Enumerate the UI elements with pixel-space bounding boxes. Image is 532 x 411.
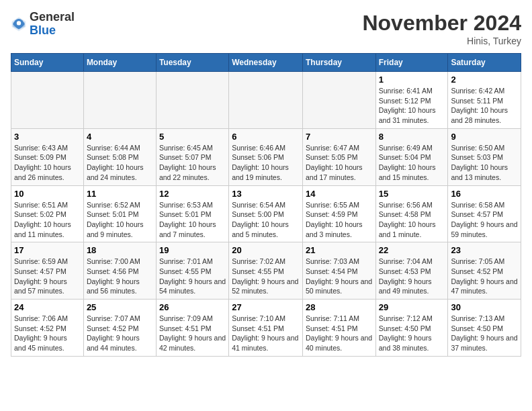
calendar-cell: 12Sunrise: 6:53 AM Sunset: 5:01 PM Dayli… [156, 185, 228, 242]
weekday-header-saturday: Saturday [448, 54, 521, 72]
calendar-cell [229, 72, 303, 129]
day-info: Sunrise: 7:10 AM Sunset: 4:51 PM Dayligh… [232, 314, 300, 353]
day-info: Sunrise: 6:47 AM Sunset: 5:05 PM Dayligh… [306, 143, 373, 183]
calendar-cell: 19Sunrise: 7:01 AM Sunset: 4:55 PM Dayli… [156, 242, 228, 300]
calendar-cell: 3Sunrise: 6:43 AM Sunset: 5:09 PM Daylig… [11, 128, 84, 185]
day-info: Sunrise: 6:51 AM Sunset: 5:02 PM Dayligh… [14, 200, 81, 240]
calendar-cell: 2Sunrise: 6:42 AM Sunset: 5:11 PM Daylig… [448, 72, 521, 129]
calendar-cell: 27Sunrise: 7:10 AM Sunset: 4:51 PM Dayli… [229, 300, 303, 357]
calendar-week-1: 1Sunrise: 6:41 AM Sunset: 5:12 PM Daylig… [11, 72, 521, 129]
day-info: Sunrise: 6:55 AM Sunset: 4:59 PM Dayligh… [306, 200, 373, 240]
calendar-cell: 9Sunrise: 6:50 AM Sunset: 5:03 PM Daylig… [448, 128, 521, 185]
day-info: Sunrise: 6:54 AM Sunset: 5:00 PM Dayligh… [232, 200, 300, 240]
day-info: Sunrise: 7:11 AM Sunset: 4:51 PM Dayligh… [306, 314, 373, 353]
day-info: Sunrise: 7:06 AM Sunset: 4:52 PM Dayligh… [14, 314, 81, 353]
day-info: Sunrise: 7:01 AM Sunset: 4:55 PM Dayligh… [159, 257, 226, 296]
day-number: 13 [232, 189, 300, 199]
day-info: Sunrise: 6:46 AM Sunset: 5:06 PM Dayligh… [232, 143, 300, 183]
day-number: 5 [159, 132, 226, 142]
day-info: Sunrise: 7:07 AM Sunset: 4:52 PM Dayligh… [87, 314, 153, 353]
calendar-cell: 4Sunrise: 6:44 AM Sunset: 5:08 PM Daylig… [83, 128, 156, 185]
logo-blue-text: Blue [30, 24, 56, 37]
calendar-cell: 8Sunrise: 6:49 AM Sunset: 5:04 PM Daylig… [375, 128, 448, 185]
calendar-cell: 24Sunrise: 7:06 AM Sunset: 4:52 PM Dayli… [11, 300, 84, 357]
day-number: 24 [14, 302, 81, 312]
weekday-header-monday: Monday [83, 54, 156, 72]
day-number: 15 [379, 189, 445, 199]
calendar-cell: 21Sunrise: 7:03 AM Sunset: 4:54 PM Dayli… [302, 242, 375, 300]
day-info: Sunrise: 6:53 AM Sunset: 5:01 PM Dayligh… [159, 200, 226, 240]
calendar-cell: 5Sunrise: 6:45 AM Sunset: 5:07 PM Daylig… [156, 128, 228, 185]
day-number: 17 [14, 245, 81, 255]
calendar-cell: 1Sunrise: 6:41 AM Sunset: 5:12 PM Daylig… [375, 72, 448, 129]
day-number: 16 [451, 189, 518, 199]
calendar-week-4: 17Sunrise: 6:59 AM Sunset: 4:57 PM Dayli… [11, 242, 521, 300]
day-number: 2 [451, 75, 518, 85]
day-number: 11 [87, 189, 153, 199]
weekday-header-wednesday: Wednesday [229, 54, 303, 72]
day-number: 22 [379, 245, 445, 255]
calendar-cell: 18Sunrise: 7:00 AM Sunset: 4:56 PM Dayli… [83, 242, 156, 300]
day-info: Sunrise: 6:52 AM Sunset: 5:01 PM Dayligh… [87, 200, 153, 240]
day-number: 18 [87, 245, 153, 255]
calendar-cell [156, 72, 228, 129]
calendar-cell: 23Sunrise: 7:05 AM Sunset: 4:52 PM Dayli… [448, 242, 521, 300]
calendar-cell: 10Sunrise: 6:51 AM Sunset: 5:02 PM Dayli… [11, 185, 84, 242]
calendar-cell: 20Sunrise: 7:02 AM Sunset: 4:55 PM Dayli… [229, 242, 303, 300]
calendar-cell: 16Sunrise: 6:58 AM Sunset: 4:57 PM Dayli… [448, 185, 521, 242]
day-number: 10 [14, 189, 81, 199]
weekday-header-tuesday: Tuesday [156, 54, 228, 72]
calendar-cell: 30Sunrise: 7:13 AM Sunset: 4:50 PM Dayli… [448, 300, 521, 357]
day-number: 19 [159, 245, 226, 255]
day-number: 21 [306, 245, 373, 255]
day-info: Sunrise: 7:12 AM Sunset: 4:50 PM Dayligh… [379, 314, 445, 353]
day-info: Sunrise: 7:09 AM Sunset: 4:51 PM Dayligh… [159, 314, 226, 353]
calendar-week-5: 24Sunrise: 7:06 AM Sunset: 4:52 PM Dayli… [11, 300, 521, 357]
weekday-header-sunday: Sunday [11, 54, 84, 72]
day-info: Sunrise: 7:13 AM Sunset: 4:50 PM Dayligh… [451, 314, 518, 353]
day-info: Sunrise: 7:04 AM Sunset: 4:53 PM Dayligh… [379, 257, 445, 296]
day-number: 8 [379, 132, 445, 142]
calendar-cell: 7Sunrise: 6:47 AM Sunset: 5:05 PM Daylig… [302, 128, 375, 185]
day-number: 28 [306, 302, 373, 312]
svg-point-2 [17, 21, 21, 25]
logo-general-text: General [30, 10, 75, 24]
day-info: Sunrise: 6:45 AM Sunset: 5:07 PM Dayligh… [159, 143, 226, 183]
day-info: Sunrise: 6:43 AM Sunset: 5:09 PM Dayligh… [14, 143, 81, 183]
day-info: Sunrise: 6:58 AM Sunset: 4:57 PM Dayligh… [451, 200, 518, 240]
day-info: Sunrise: 7:00 AM Sunset: 4:56 PM Dayligh… [87, 257, 153, 296]
calendar-cell: 28Sunrise: 7:11 AM Sunset: 4:51 PM Dayli… [302, 300, 375, 357]
day-number: 30 [451, 302, 518, 312]
calendar-cell: 11Sunrise: 6:52 AM Sunset: 5:01 PM Dayli… [83, 185, 156, 242]
calendar-cell [83, 72, 156, 129]
calendar-table: SundayMondayTuesdayWednesdayThursdayFrid… [11, 53, 521, 357]
calendar-cell [11, 72, 84, 129]
day-number: 12 [159, 189, 226, 199]
calendar-cell: 13Sunrise: 6:54 AM Sunset: 5:00 PM Dayli… [229, 185, 303, 242]
day-info: Sunrise: 7:05 AM Sunset: 4:52 PM Dayligh… [451, 257, 518, 296]
calendar-cell: 15Sunrise: 6:56 AM Sunset: 4:58 PM Dayli… [375, 185, 448, 242]
calendar-week-2: 3Sunrise: 6:43 AM Sunset: 5:09 PM Daylig… [11, 128, 521, 185]
calendar-cell: 26Sunrise: 7:09 AM Sunset: 4:51 PM Dayli… [156, 300, 228, 357]
calendar-cell: 25Sunrise: 7:07 AM Sunset: 4:52 PM Dayli… [83, 300, 156, 357]
day-info: Sunrise: 6:49 AM Sunset: 5:04 PM Dayligh… [379, 143, 445, 183]
calendar-cell [302, 72, 375, 129]
day-number: 9 [451, 132, 518, 142]
day-number: 26 [159, 302, 226, 312]
day-number: 20 [232, 245, 300, 255]
day-number: 14 [306, 189, 373, 199]
month-title: November 2024 [362, 11, 521, 36]
calendar-week-3: 10Sunrise: 6:51 AM Sunset: 5:02 PM Dayli… [11, 185, 521, 242]
location-subtitle: Hinis, Turkey [362, 36, 521, 46]
day-info: Sunrise: 6:42 AM Sunset: 5:11 PM Dayligh… [451, 86, 518, 126]
logo: General Blue [11, 11, 75, 38]
day-number: 7 [306, 132, 373, 142]
day-info: Sunrise: 6:59 AM Sunset: 4:57 PM Dayligh… [14, 257, 81, 296]
day-info: Sunrise: 6:44 AM Sunset: 5:08 PM Dayligh… [87, 143, 153, 183]
day-number: 1 [379, 75, 445, 85]
logo-icon [11, 16, 27, 32]
day-number: 6 [232, 132, 300, 142]
day-number: 25 [87, 302, 153, 312]
calendar-cell: 14Sunrise: 6:55 AM Sunset: 4:59 PM Dayli… [302, 185, 375, 242]
day-info: Sunrise: 6:41 AM Sunset: 5:12 PM Dayligh… [379, 86, 445, 126]
